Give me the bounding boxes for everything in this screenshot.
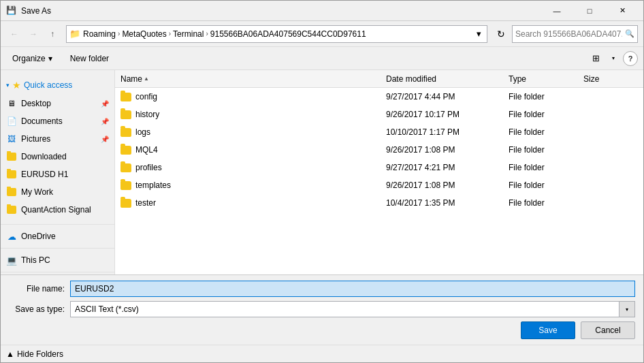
col-name[interactable]: Name ▲ bbox=[120, 74, 386, 84]
window-title: Save As bbox=[21, 6, 541, 16]
file-name-tester: tester bbox=[120, 198, 386, 208]
file-name-templates: templates bbox=[120, 180, 386, 190]
col-type[interactable]: Type bbox=[509, 74, 583, 84]
main-area: ▾ ★ Quick access 🖥 Desktop 📌 📄 Documents bbox=[1, 70, 643, 274]
sidebar-item-quantaction[interactable]: QuantAction Signal bbox=[1, 201, 114, 219]
sidebar-item-mywork[interactable]: My Work bbox=[1, 183, 114, 201]
close-button[interactable]: ✕ bbox=[607, 1, 638, 20]
folder-icon bbox=[120, 199, 131, 208]
documents-icon: 📄 bbox=[6, 116, 17, 127]
title-controls: — □ ✕ bbox=[541, 1, 638, 20]
col-date[interactable]: Date modified bbox=[386, 74, 509, 84]
desktop-icon: 🖥 bbox=[6, 98, 17, 109]
table-row[interactable]: MQL4 9/26/2017 1:08 PM File folder bbox=[115, 141, 643, 159]
filetype-select-wrapper: ASCII Text (*.csv) CSV (*.csv) Text (*.t… bbox=[70, 301, 635, 317]
quick-access-label: Quick access bbox=[24, 80, 72, 90]
downloaded-folder-icon bbox=[6, 151, 17, 162]
filename-row: File name: bbox=[9, 281, 635, 297]
table-row[interactable]: profiles 9/27/2017 4:21 PM File folder bbox=[115, 159, 643, 176]
quantaction-label: QuantAction Signal bbox=[21, 205, 91, 215]
file-name-logs: logs bbox=[120, 127, 386, 137]
documents-label: Documents bbox=[21, 116, 63, 126]
sidebar-item-desktop[interactable]: 🖥 Desktop 📌 bbox=[1, 95, 114, 112]
file-name-profiles: profiles bbox=[120, 163, 386, 172]
filename-label: File name: bbox=[9, 284, 70, 294]
onedrive-label: OneDrive bbox=[21, 232, 56, 241]
crumb-metaquotes[interactable]: MetaQuotes bbox=[122, 29, 166, 39]
onedrive-icon: ☁ bbox=[6, 231, 17, 242]
sidebar-divider-2 bbox=[1, 248, 114, 249]
view-button[interactable]: ⊞ bbox=[587, 50, 604, 67]
filetype-label: Save as type: bbox=[9, 304, 70, 314]
file-name-mql4: MQL4 bbox=[120, 145, 386, 155]
mywork-folder-icon bbox=[6, 187, 17, 198]
address-toolbar: ← → ↑ 📁 Roaming › MetaQuotes › Terminal … bbox=[1, 21, 643, 47]
folder-icon bbox=[120, 128, 131, 137]
file-header: Name ▲ Date modified Type Size bbox=[115, 70, 643, 88]
organize-button[interactable]: Organize ▾ bbox=[6, 50, 59, 67]
organize-label: Organize bbox=[12, 54, 46, 63]
col-size[interactable]: Size bbox=[583, 74, 638, 84]
table-row[interactable]: config 9/27/2017 4:44 PM File folder bbox=[115, 88, 643, 106]
quantaction-folder-icon bbox=[6, 204, 17, 215]
back-button[interactable]: ← bbox=[6, 26, 22, 42]
filetype-select[interactable]: ASCII Text (*.csv) CSV (*.csv) Text (*.t… bbox=[70, 301, 635, 317]
search-icon: 🔍 bbox=[625, 29, 634, 38]
filename-input[interactable] bbox=[70, 281, 635, 297]
sidebar-item-pictures[interactable]: 🖼 Pictures 📌 bbox=[1, 130, 114, 148]
sidebar-item-downloaded[interactable]: Downloaded bbox=[1, 148, 114, 165]
folder-icon bbox=[120, 110, 131, 119]
quick-access-section: ▾ ★ Quick access 🖥 Desktop 📌 📄 Documents bbox=[1, 73, 114, 221]
minimize-button[interactable]: — bbox=[541, 1, 573, 20]
address-crumbs: 📁 Roaming › MetaQuotes › Terminal › 9155… bbox=[69, 29, 473, 39]
sidebar-item-documents[interactable]: 📄 Documents 📌 bbox=[1, 112, 114, 130]
pin-icon-documents: 📌 bbox=[101, 118, 109, 125]
folder-icon bbox=[120, 163, 131, 172]
view-arrow-button[interactable]: ▾ bbox=[605, 50, 622, 67]
file-area: Name ▲ Date modified Type Size bbox=[115, 70, 643, 274]
table-row[interactable]: templates 9/26/2017 1:08 PM File folder bbox=[115, 176, 643, 194]
view-icon: ⊞ bbox=[592, 53, 600, 63]
address-bar[interactable]: 📁 Roaming › MetaQuotes › Terminal › 9155… bbox=[66, 25, 487, 43]
sidebar-item-onedrive[interactable]: ☁ OneDrive bbox=[1, 227, 114, 245]
maximize-button[interactable]: □ bbox=[574, 1, 605, 20]
title-bar: 💾 Save As — □ ✕ bbox=[1, 1, 643, 21]
downloaded-label: Downloaded bbox=[21, 152, 67, 161]
folder-icon bbox=[120, 93, 131, 101]
thispc-icon: 💻 bbox=[6, 255, 17, 266]
thispc-label: This PC bbox=[21, 255, 50, 265]
hide-folders-row[interactable]: ▲ Hide Folders bbox=[1, 345, 643, 362]
up-button[interactable]: ↑ bbox=[44, 26, 61, 42]
folder-icon bbox=[120, 146, 131, 155]
table-row[interactable]: logs 10/10/2017 1:17 PM File folder bbox=[115, 123, 643, 141]
pictures-label: Pictures bbox=[21, 134, 50, 144]
crumb-roaming[interactable]: Roaming bbox=[83, 29, 116, 39]
address-dropdown-button[interactable]: ▾ bbox=[473, 26, 484, 42]
pictures-icon: 🖼 bbox=[6, 133, 17, 144]
refresh-button[interactable]: ↻ bbox=[493, 25, 509, 43]
window-icon: 💾 bbox=[6, 5, 17, 16]
eurusd-folder-icon bbox=[6, 169, 17, 180]
pin-icon-desktop: 📌 bbox=[101, 100, 109, 108]
search-input[interactable] bbox=[515, 29, 622, 39]
crumb-id[interactable]: 915566BA06ADA407569C544CC0D97611 bbox=[210, 29, 366, 39]
forward-button[interactable]: → bbox=[25, 26, 42, 42]
quick-access-header[interactable]: ▾ ★ Quick access bbox=[1, 76, 114, 95]
crumb-terminal[interactable]: Terminal bbox=[173, 29, 204, 39]
bottom-panel: File name: Save as type: ASCII Text (*.c… bbox=[1, 274, 643, 345]
help-button[interactable]: ? bbox=[623, 51, 638, 66]
sidebar-divider-1 bbox=[1, 224, 114, 225]
table-row[interactable]: history 9/26/2017 10:17 PM File folder bbox=[115, 106, 643, 123]
save-button[interactable]: Save bbox=[521, 321, 575, 339]
table-row[interactable]: tester 10/4/2017 1:35 PM File folder bbox=[115, 194, 643, 212]
sidebar-item-thispc[interactable]: 💻 This PC bbox=[1, 251, 114, 269]
filetype-row: Save as type: ASCII Text (*.csv) CSV (*.… bbox=[9, 301, 635, 317]
sidebar-item-eurusd[interactable]: EURUSD H1 bbox=[1, 165, 114, 183]
quick-access-star: ★ bbox=[12, 80, 21, 91]
pin-icon-pictures: 📌 bbox=[101, 136, 109, 143]
cancel-button[interactable]: Cancel bbox=[581, 321, 635, 339]
quick-access-arrow: ▾ bbox=[6, 82, 10, 89]
sidebar-divider-3 bbox=[1, 272, 114, 272]
search-box: 🔍 bbox=[512, 25, 638, 43]
new-folder-button[interactable]: New folder bbox=[64, 50, 115, 67]
